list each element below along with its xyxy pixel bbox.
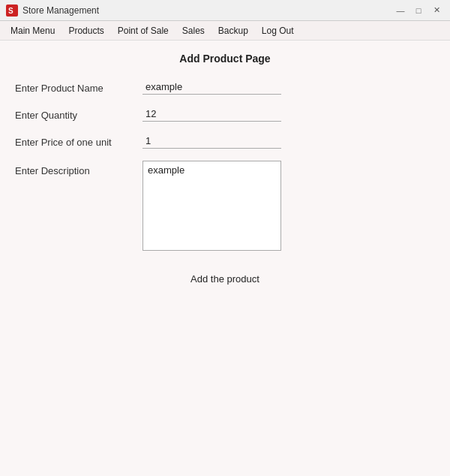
quantity-input[interactable]	[142, 107, 281, 122]
close-button[interactable]: ✕	[429, 3, 444, 18]
price-row: Enter Price of one unit	[15, 134, 435, 149]
page-title: Add Product Page	[15, 53, 435, 65]
minimize-button[interactable]: —	[393, 3, 408, 18]
menubar: Main Menu Products Point of Sale Sales B…	[0, 21, 450, 41]
svg-text:S: S	[8, 7, 14, 15]
main-content: Add Product Page Enter Product Name Ente…	[0, 41, 450, 476]
menu-main-menu[interactable]: Main Menu	[4, 23, 61, 38]
product-name-label: Enter Product Name	[15, 80, 128, 94]
menu-products[interactable]: Products	[62, 23, 110, 38]
add-product-button[interactable]: Add the product	[190, 273, 260, 285]
description-row: Enter Description example	[15, 161, 435, 251]
titlebar-left: S Store Management	[6, 5, 99, 17]
window-controls: — □ ✕	[393, 3, 444, 18]
quantity-label: Enter Quantity	[15, 107, 128, 121]
form-section: Enter Product Name Enter Quantity Enter …	[15, 80, 435, 251]
menu-backup[interactable]: Backup	[212, 23, 254, 38]
app-icon: S	[6, 5, 18, 17]
description-label: Enter Description	[15, 161, 128, 176]
price-label: Enter Price of one unit	[15, 134, 128, 148]
menu-point-of-sale[interactable]: Point of Sale	[112, 23, 175, 38]
maximize-button[interactable]: □	[411, 3, 426, 18]
price-input[interactable]	[142, 134, 281, 149]
titlebar: S Store Management — □ ✕	[0, 0, 450, 21]
product-name-input[interactable]	[142, 80, 281, 95]
menu-log-out[interactable]: Log Out	[256, 23, 300, 38]
quantity-row: Enter Quantity	[15, 107, 435, 122]
product-name-row: Enter Product Name	[15, 80, 435, 95]
menu-sales[interactable]: Sales	[176, 23, 211, 38]
window-title: Store Management	[22, 5, 99, 16]
description-input[interactable]: example	[142, 161, 281, 251]
